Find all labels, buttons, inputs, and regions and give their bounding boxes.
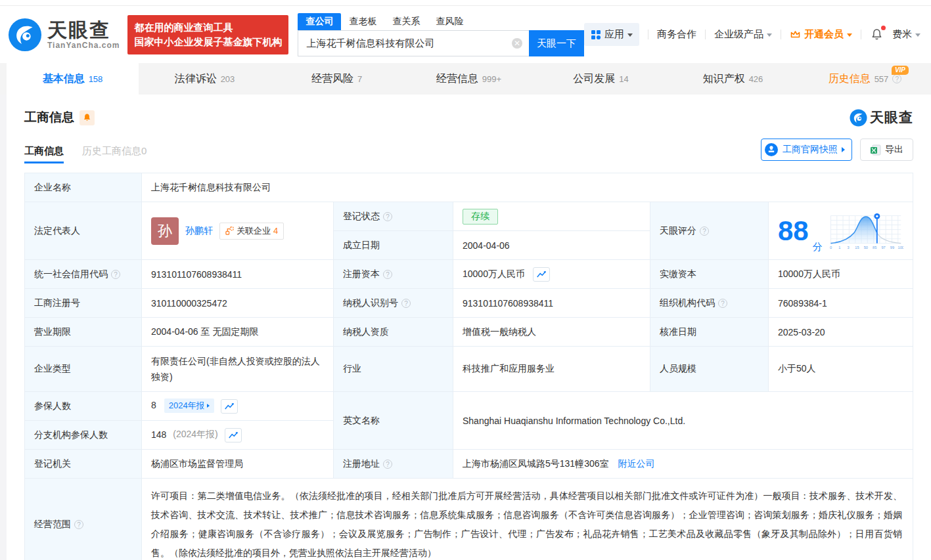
- tab-legal-proceedings[interactable]: 法律诉讼 203: [139, 63, 271, 95]
- field-label: 天眼评分?: [650, 202, 769, 260]
- tab-history-info[interactable]: VIP 历史信息 557 ?: [799, 63, 931, 95]
- crown-icon: [790, 30, 801, 39]
- org-code-value: 76089384-1: [769, 289, 913, 318]
- tab-label: 经营信息: [436, 72, 478, 86]
- tianyancha-logo-icon: [850, 109, 867, 127]
- field-label: 人员规模: [650, 347, 769, 392]
- field-label: 企业名称: [25, 173, 142, 202]
- promo-line-1: 都在用的商业查询工具: [134, 20, 282, 35]
- field-label: 注册地址?: [334, 450, 453, 479]
- search-input[interactable]: [298, 30, 529, 56]
- username-label: 费米: [892, 28, 912, 41]
- export-button[interactable]: 导出: [860, 139, 913, 161]
- search-tab-risk[interactable]: 查风险: [428, 13, 471, 30]
- table-row: 参保人数 8 2024年报 英文名称 Shanghai Huaqianshu I…: [25, 392, 913, 421]
- help-icon[interactable]: ?: [111, 270, 120, 279]
- tab-label: 公司发展: [573, 72, 615, 86]
- stamp-icon: [764, 142, 779, 157]
- bell-icon: [83, 113, 91, 122]
- field-label: 营业期限: [25, 318, 142, 347]
- help-icon[interactable]: ?: [383, 270, 392, 279]
- company-nav-tabs: 基本信息 158 法律诉讼 203 经营风险 7 经营信息 999+ 公司发展 …: [0, 63, 931, 95]
- reg-number-value: 310110000325472: [142, 289, 334, 318]
- tab-intellectual-property[interactable]: 知识产权 426: [667, 63, 799, 95]
- tab-company-development[interactable]: 公司发展 14: [535, 63, 667, 95]
- official-snapshot-button[interactable]: 工商官网快照: [761, 139, 852, 161]
- help-icon[interactable]: ?: [718, 299, 727, 308]
- reg-address-cell: 上海市杨浦区凤城路5号131幢306室 附近公司: [453, 450, 913, 479]
- company-name-value: 上海花千树信息科技有限公司: [142, 173, 913, 202]
- field-label: 成立日期: [334, 231, 453, 260]
- subtab-historical-registration[interactable]: 历史工商信息0: [82, 145, 147, 163]
- svg-text:100: 100: [897, 246, 903, 249]
- help-icon[interactable]: ?: [383, 212, 392, 221]
- chevron-down-icon: [627, 33, 633, 37]
- field-label: 登记机关: [25, 450, 142, 479]
- divider: [781, 30, 781, 39]
- trend-chart-button[interactable]: [221, 399, 238, 414]
- tab-count: 203: [221, 74, 235, 84]
- enterprise-products-label: 企业级产品: [714, 28, 763, 41]
- svg-text:3: 3: [847, 246, 849, 249]
- tab-business-info[interactable]: 经营信息 999+: [403, 63, 535, 95]
- top-right-nav: 应用 商务合作 企业级产品 开通会员 费米: [584, 23, 920, 46]
- search-tab-company[interactable]: 查公司: [298, 13, 341, 30]
- promo-banner: 都在用的商业查询工具 国家中小企业发展子基金旗下机构: [127, 15, 288, 54]
- promo-line-2: 国家中小企业发展子基金旗下机构: [134, 35, 282, 49]
- taxpayer-id-value: 913101107608938411: [453, 289, 650, 318]
- reg-status-cell: 存续: [453, 202, 650, 231]
- annual-report-note: (2024年报): [173, 429, 217, 439]
- trend-icon: [536, 270, 547, 278]
- tab-count: 7: [357, 74, 362, 84]
- related-companies-badge[interactable]: 关联企业 4: [219, 223, 284, 240]
- establish-date-value: 2004-04-06: [453, 231, 650, 260]
- search-tab-boss[interactable]: 查老板: [341, 13, 384, 30]
- tab-label: 知识产权: [703, 72, 745, 86]
- tab-label: 历史信息: [829, 72, 871, 86]
- help-icon[interactable]: ?: [383, 460, 392, 469]
- trend-chart-button[interactable]: [225, 428, 242, 442]
- table-row: 登记机关 杨浦区市场监督管理局 注册地址? 上海市杨浦区凤城路5号131幢306…: [25, 450, 913, 479]
- arrow-right-icon: [842, 147, 845, 152]
- legal-rep-link[interactable]: 孙鹏轩: [185, 225, 213, 237]
- nearby-companies-link[interactable]: 附近公司: [618, 458, 654, 469]
- field-label: 组织机构代码?: [650, 289, 769, 318]
- help-icon[interactable]: ?: [892, 74, 901, 83]
- tab-count: 426: [749, 74, 763, 84]
- tab-basic-info[interactable]: 基本信息 158: [7, 63, 139, 95]
- search-button[interactable]: 天眼一下: [529, 30, 584, 56]
- industry-value: 科技推广和应用服务业: [453, 347, 650, 392]
- vip-badge: VIP: [892, 66, 909, 75]
- tab-count: 14: [619, 74, 628, 84]
- field-label: 纳税人识别号?: [334, 289, 453, 318]
- search-tab-relation[interactable]: 查关系: [384, 13, 428, 30]
- tab-count: 999+: [482, 74, 501, 84]
- help-icon[interactable]: ?: [401, 299, 411, 308]
- vip-upgrade-menu[interactable]: 开通会员: [790, 28, 852, 41]
- business-coop-link[interactable]: 商务合作: [657, 28, 696, 41]
- table-row: 经营范围? 许可项目：第二类增值电信业务。（依法须经批准的项目，经相关部门批准后…: [25, 479, 913, 560]
- legal-rep-cell: 孙 孙鹏轩 关联企业 4: [142, 202, 334, 260]
- enterprise-products-menu[interactable]: 企业级产品: [714, 28, 772, 41]
- taxpayer-quality-value: 增值税一般纳税人: [453, 318, 650, 347]
- field-label: 法定代表人: [25, 202, 142, 260]
- watermark-text: 天眼查: [870, 108, 913, 127]
- annual-report-badge[interactable]: 2024年报: [164, 398, 214, 413]
- user-menu[interactable]: 费米: [892, 28, 920, 41]
- tab-operational-risk[interactable]: 经营风险 7: [271, 63, 403, 95]
- trend-icon: [228, 431, 238, 439]
- subtab-business-registration[interactable]: 工商信息: [24, 145, 64, 163]
- avatar[interactable]: 孙: [151, 217, 179, 245]
- trend-chart-button[interactable]: [533, 267, 550, 282]
- notifications-button[interactable]: [870, 28, 884, 41]
- tianyancha-logo[interactable]: 天眼查 TianYanCha.com: [8, 18, 120, 52]
- subscribe-bell-button[interactable]: [79, 110, 95, 125]
- english-name-value: Shanghai Huaqianshu Information Technolo…: [453, 392, 913, 450]
- svg-text:97: 97: [881, 246, 885, 249]
- divider: [648, 30, 648, 39]
- clear-icon[interactable]: ✕: [512, 38, 522, 49]
- help-icon[interactable]: ?: [700, 226, 709, 236]
- apps-menu[interactable]: 应用: [584, 23, 639, 46]
- insured-count-value: 8: [151, 400, 156, 410]
- help-icon[interactable]: ?: [74, 520, 83, 529]
